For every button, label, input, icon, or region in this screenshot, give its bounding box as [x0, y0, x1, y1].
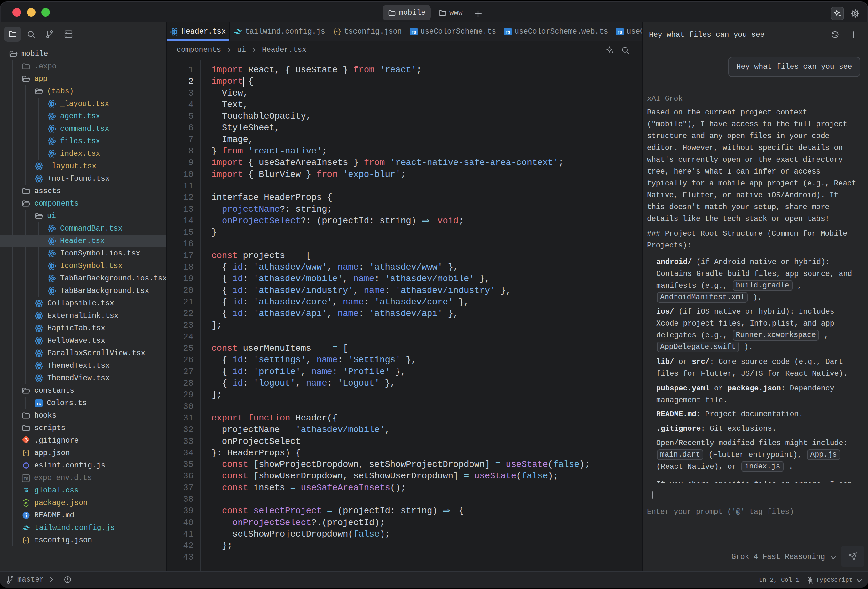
svg-text:TS: TS: [412, 30, 416, 34]
svg-text:TS: TS: [506, 30, 510, 34]
svg-text:TS: TS: [618, 30, 622, 34]
svg-text:TS: TS: [37, 402, 41, 406]
svg-text:JS: JS: [24, 501, 28, 505]
svg-text:TS: TS: [24, 477, 28, 480]
